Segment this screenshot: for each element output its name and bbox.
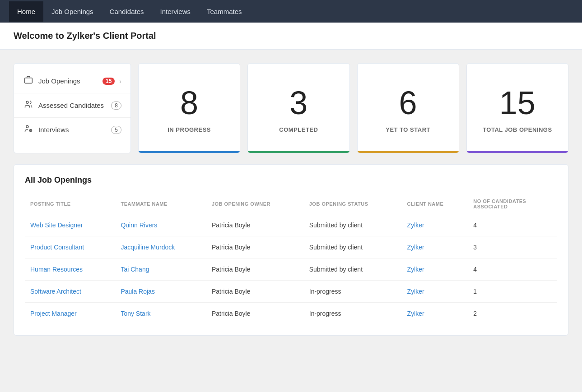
cell-status: In-progress [304, 303, 402, 325]
table-row: Web Site Designer Quinn Rivers Patricia … [25, 214, 557, 236]
job-openings-table: POSTING TITLE TEAMMATE NAME JOB OPENING … [25, 194, 557, 324]
cell-client-name[interactable]: Zylker [402, 214, 468, 236]
col-teammate-name: TEAMMATE NAME [115, 194, 206, 214]
table-row: Software Architect Paula Rojas Patricia … [25, 281, 557, 303]
stat-card-in-progress: 8 IN PROGRESS [138, 63, 240, 153]
stat-card-yet-to-start: 6 YET TO START [357, 63, 459, 153]
page-title: Welcome to Zylker's Client Portal [14, 31, 568, 41]
sidebar-interviews-badge: 5 [111, 126, 121, 134]
nav-interviews[interactable]: Interviews [152, 1, 199, 22]
sidebar-item-job-openings[interactable]: Job Openings 15 › [14, 69, 130, 93]
cell-status: Submitted by client [304, 236, 402, 258]
cell-teammate-name[interactable]: Jacquiline Murdock [115, 236, 206, 258]
stat-label-in-progress: IN PROGRESS [168, 126, 211, 133]
cell-posting-title[interactable]: Project Manager [25, 303, 115, 325]
cell-status: Submitted by client [304, 258, 402, 281]
nav-teammates[interactable]: Teammates [199, 1, 250, 22]
cell-candidates: 4 [468, 258, 557, 281]
main-content: Job Openings 15 › Assessed Candidates 8 [0, 50, 582, 349]
sidebar-job-openings-badge: 15 [102, 78, 115, 85]
col-job-opening-status: JOB OPENING STATUS [304, 194, 402, 214]
svg-point-1 [26, 101, 28, 103]
cell-candidates: 2 [468, 303, 557, 325]
stat-bar-completed [248, 151, 349, 153]
cell-teammate-name[interactable]: Tai Chang [115, 258, 206, 281]
nav-candidates[interactable]: Candidates [102, 1, 152, 22]
cell-candidates: 1 [468, 281, 557, 303]
stat-number-total: 15 [499, 87, 535, 119]
col-job-opening-owner: JOB OPENING OWNER [206, 194, 304, 214]
sidebar-assessed-label: Assessed Candidates [38, 101, 105, 109]
cell-owner: Patricia Boyle [206, 236, 304, 258]
stat-bar-yet-to-start [358, 151, 459, 153]
col-posting-title: POSTING TITLE [25, 194, 115, 214]
interviews-icon [23, 124, 34, 135]
main-nav: Home Job Openings Candidates Interviews … [0, 0, 582, 23]
nav-job-openings[interactable]: Job Openings [43, 1, 102, 22]
cell-client-name[interactable]: Zylker [402, 281, 468, 303]
stat-number-completed: 3 [289, 87, 307, 119]
svg-point-2 [26, 125, 28, 128]
cell-teammate-name[interactable]: Quinn Rivers [115, 214, 206, 236]
cell-owner: Patricia Boyle [206, 303, 304, 325]
sidebar-widget: Job Openings 15 › Assessed Candidates 8 [14, 63, 131, 153]
cell-posting-title[interactable]: Web Site Designer [25, 214, 115, 236]
cell-owner: Patricia Boyle [206, 258, 304, 281]
assessed-candidates-icon [23, 100, 34, 111]
cell-status: In-progress [304, 281, 402, 303]
sidebar-interviews-label: Interviews [38, 126, 105, 134]
cell-posting-title[interactable]: Software Architect [25, 281, 115, 303]
stats-area: Job Openings 15 › Assessed Candidates 8 [14, 63, 568, 153]
cell-teammate-name[interactable]: Tony Stark [115, 303, 206, 325]
cell-status: Submitted by client [304, 214, 402, 236]
svg-rect-0 [25, 78, 33, 83]
table-row: Human Resources Tai Chang Patricia Boyle… [25, 258, 557, 281]
table-title: All Job Openings [25, 175, 557, 185]
stat-label-yet-to-start: YET TO START [386, 126, 430, 133]
cell-posting-title[interactable]: Product Consultant [25, 236, 115, 258]
cell-candidates: 4 [468, 214, 557, 236]
sidebar-job-openings-label: Job Openings [38, 77, 96, 85]
sidebar-item-assessed-candidates[interactable]: Assessed Candidates 8 [14, 93, 130, 118]
page-header: Welcome to Zylker's Client Portal [0, 23, 582, 50]
stat-bar-total [467, 151, 568, 153]
stat-label-total: TOTAL JOB OPENINGS [483, 126, 552, 133]
stat-label-completed: COMPLETED [279, 126, 318, 133]
col-client-name: CLIENT NAME [402, 194, 468, 214]
nav-home[interactable]: Home [9, 1, 43, 22]
stat-number-in-progress: 8 [180, 87, 198, 119]
cell-owner: Patricia Boyle [206, 214, 304, 236]
stat-bar-in-progress [139, 151, 240, 153]
cell-teammate-name[interactable]: Paula Rojas [115, 281, 206, 303]
cell-client-name[interactable]: Zylker [402, 303, 468, 325]
table-row: Product Consultant Jacquiline Murdock Pa… [25, 236, 557, 258]
table-header-row: POSTING TITLE TEAMMATE NAME JOB OPENING … [25, 194, 557, 214]
briefcase-icon [23, 75, 34, 87]
cell-client-name[interactable]: Zylker [402, 236, 468, 258]
chevron-right-icon: › [119, 78, 121, 85]
cell-owner: Patricia Boyle [206, 281, 304, 303]
sidebar-assessed-badge: 8 [111, 101, 121, 110]
col-candidates-associated: NO OF CANDIDATESASSOCIATED [468, 194, 557, 214]
cell-client-name[interactable]: Zylker [402, 258, 468, 281]
stat-number-yet-to-start: 6 [399, 87, 417, 119]
cell-candidates: 3 [468, 236, 557, 258]
cell-posting-title[interactable]: Human Resources [25, 258, 115, 281]
sidebar-item-interviews[interactable]: Interviews 5 [14, 118, 130, 142]
table-row: Project Manager Tony Stark Patricia Boyl… [25, 303, 557, 325]
stat-card-total: 15 TOTAL JOB OPENINGS [466, 63, 568, 153]
stat-card-completed: 3 COMPLETED [247, 63, 349, 153]
table-section: All Job Openings POSTING TITLE TEAMMATE … [14, 164, 568, 336]
